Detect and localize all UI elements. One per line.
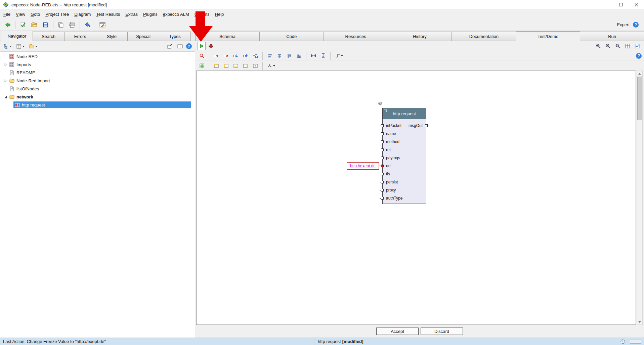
align-bottom-button[interactable] [295,52,303,60]
freeze-value-box[interactable]: http://exept.de [347,162,379,170]
minimize-button[interactable] [598,0,613,9]
menu-goto[interactable]: Goto [28,10,43,18]
pin-swap-button[interactable] [251,52,260,60]
scrollbar-thumb[interactable] [637,77,642,120]
menu-project-tree[interactable]: Project Tree [43,10,72,18]
navigator-toolbar: ? [0,41,195,52]
open-button[interactable] [29,20,40,30]
menu-diagram[interactable]: Diagram [72,10,93,18]
tree-view-mode-dropdown[interactable] [2,42,13,50]
label-position-top-button[interactable] [212,62,221,70]
new-item-dropdown[interactable] [27,42,39,50]
print-button[interactable] [67,20,78,30]
zoom-region-button[interactable] [198,52,206,60]
tab-search[interactable]: Search [33,32,65,41]
tree-item-imports[interactable]: Imports [0,60,195,69]
menu-view[interactable]: View [13,10,28,18]
tab-test-demo[interactable]: Test/Demo [516,31,580,41]
run-button[interactable] [198,42,206,50]
menu-test-results[interactable]: Test Results [93,10,123,18]
columns-view-dropdown[interactable] [14,42,26,50]
pin-remove-button[interactable] [222,52,230,60]
input-connector[interactable] [381,132,384,135]
play-icon [199,43,204,49]
debug-run-button[interactable] [207,42,215,50]
input-connector[interactable] [381,157,384,159]
back-button[interactable] [2,20,13,30]
distribute-horizontal-button[interactable] [309,52,318,60]
pin-move-down-button[interactable] [231,52,240,60]
detach-window-button[interactable] [165,42,174,50]
tab-types[interactable]: Types [159,32,191,41]
maximize-button[interactable] [613,0,629,9]
tab-errors[interactable]: Errors [64,32,96,41]
pin-move-up-button[interactable] [241,52,250,60]
input-connector[interactable] [381,181,384,183]
diagram-editor-button[interactable] [97,20,108,30]
tree-item-http-request[interactable]: http request [0,101,195,109]
input-connector[interactable] [381,140,384,143]
scroll-down-button[interactable] [637,319,642,325]
close-button[interactable] [629,0,644,9]
tree-item-readme[interactable]: README [0,69,195,77]
zoom-in-button[interactable] [594,42,603,50]
diagram-help-button[interactable]: ? [636,53,642,59]
accept-button[interactable]: Accept [376,328,419,335]
undo-button[interactable] [82,20,93,30]
align-left-button[interactable] [265,52,274,60]
tab-style[interactable]: Style [96,32,128,41]
scroll-up-button[interactable] [637,71,642,76]
http-request-node[interactable]: http request msgOut inPacket name method… [382,108,426,204]
input-connector-frozen[interactable] [381,165,384,167]
tab-documentation[interactable]: Documentation [452,32,516,41]
diagram-canvas[interactable]: http://exept.de http request msgOut in [196,71,636,325]
tree-item-node-red-import[interactable]: Node-Red Import [0,77,195,85]
save-button[interactable] [40,20,51,30]
zoom-out-button[interactable] [604,42,612,50]
menu-expecco-alm[interactable]: expecco ALM [160,10,192,18]
menu-plugins[interactable]: Plugins [140,10,160,18]
new-window-button[interactable] [55,20,67,30]
grid-view-button[interactable] [623,42,632,50]
zoom-fit-button[interactable] [613,42,622,50]
tab-run[interactable]: Run [580,32,644,41]
line-style-dropdown[interactable] [333,52,345,60]
tree-item-listofnodes[interactable]: listOfNodes [0,85,195,93]
resize-grip[interactable] [630,340,641,344]
label-position-bottom-button[interactable] [231,62,240,70]
freeze-value-link[interactable]: http://exept.de [350,164,376,168]
label-position-left-button[interactable] [222,62,230,70]
input-connector[interactable] [381,173,384,175]
tab-navigator[interactable]: Navigator [1,31,33,41]
label-position-center-button[interactable] [251,62,260,70]
tab-code[interactable]: Code [259,32,324,41]
tab-resources[interactable]: Resources [324,32,388,41]
canvas-vertical-scrollbar[interactable] [637,71,643,325]
tab-special[interactable]: Special [127,32,159,41]
split-view-button[interactable] [176,42,184,50]
connector-routing-dropdown[interactable] [265,62,277,70]
align-center-button[interactable] [275,52,284,60]
distribute-vertical-button[interactable] [319,52,328,60]
label-position-right-button[interactable] [241,62,250,70]
input-connector[interactable] [381,197,384,200]
verify-button[interactable] [17,20,29,30]
auto-update-checkbox[interactable] [633,42,642,50]
navigator-help-button[interactable]: ? [186,43,192,49]
discard-button[interactable]: Discard [421,328,463,335]
snap-grid-button[interactable] [198,62,206,70]
help-button[interactable]: ? [633,22,639,28]
pin-add-button[interactable] [212,52,221,60]
input-connector[interactable] [381,189,384,191]
align-top-button[interactable] [285,52,294,60]
node-header[interactable]: http request [383,108,426,119]
menu-extras[interactable]: Extras [123,10,140,18]
tree-item-node-red[interactable]: Node-RED [0,52,195,60]
input-connector[interactable] [381,148,384,151]
toolbar-separator [80,21,80,29]
tab-history[interactable]: History [388,32,452,41]
input-connector[interactable] [381,124,384,127]
navigator-toolbar-right: ? [165,42,193,50]
tree-item-network[interactable]: network [0,93,195,101]
menu-file[interactable]: File [1,10,13,18]
